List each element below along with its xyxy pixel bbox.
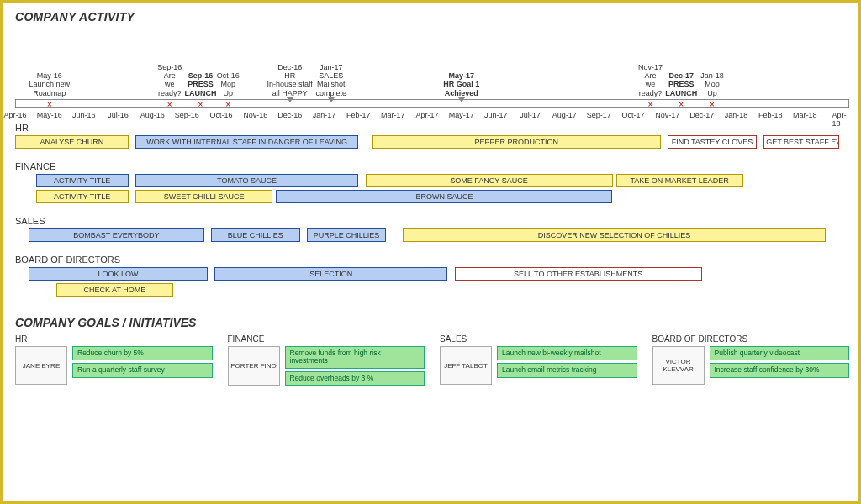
milestone-mark: × [710,100,715,109]
swimlane-title: FINANCE [15,161,849,171]
axis-tick: Jul-16 [108,111,129,119]
activity-bar[interactable]: BROWN SAUCE [276,190,612,203]
axis-tick: Jul-17 [520,111,541,119]
milestone-mark: × [679,100,684,109]
axis-tick: Oct-16 [209,111,232,119]
milestone-arrow [328,97,335,102]
swimlane-row: BOMBAST EVERYBODYBLUE CHILLIESPURPLE CHI… [15,228,849,243]
axis-tick: Feb-18 [758,111,783,119]
swimlane-row: ACTIVITY TITLESWEET CHILLI SAUCEBROWN SA… [15,190,849,204]
timeline-event: Sep-16Are we ready? [157,63,182,97]
initiative-item[interactable]: Launch new bi-weekly mailshot [497,346,637,360]
timeline-axis: ××××××× Apr-16May-16Jun-16Jul-16Aug-16Se… [15,99,849,119]
milestone-mark: × [167,100,172,109]
axis-tick: Nov-17 [655,111,679,119]
axis-tick: Apr-18 [832,111,846,128]
axis-tick: Jan-18 [725,111,748,119]
initiative-item[interactable]: Remove funds from high risk investments [285,346,425,369]
activity-bar[interactable]: CHECK AT HOME [56,283,173,297]
axis-tick: Nov-16 [243,111,267,119]
goal-owner: PORTER FINO [228,346,280,386]
timeline-event: Jan-17SALES Mailshot complete [315,63,346,97]
timeline-events: May-16Launch new RoadmapSep-16Are we rea… [15,29,849,97]
activity-bar[interactable]: BLUE CHILLIES [211,228,300,242]
swimlane-row: LOOK LOWSELECTIONSELL TO OTHER ESTABLISH… [15,267,849,281]
activity-bar[interactable]: SWEET CHILLI SAUCE [135,190,272,203]
milestone-mark: × [225,100,230,109]
goal-column: HRJANE EYREReduce churn by 5%Run a quart… [15,334,213,386]
title-goals: COMPANY GOALS / INITIATIVES [15,316,849,329]
title-activity: COMPANY ACTIVITY [15,10,849,24]
axis-line [15,99,849,108]
timeline-event: May-16Launch new Roadmap [29,71,71,97]
axis-tick: Aug-17 [552,111,577,119]
goal-dept: BOARD OF DIRECTORS [652,334,850,344]
activity-bar[interactable]: LOOK LOW [29,267,207,281]
activity-bar[interactable]: PEPPER PRODUCTION [372,135,661,149]
goal-column: BOARD OF DIRECTORSVICTOR KLEVVARPublish … [652,334,850,386]
milestone-mark: × [47,100,52,109]
milestone-arrow [287,97,293,102]
timeline-event: Nov-17Are we ready? [638,63,663,97]
milestone-mark: × [198,100,203,109]
milestone-arrow [458,97,465,102]
goal-owner: JANE EYRE [15,346,67,385]
swimlane-title: HR [15,123,849,133]
milestone-mark: × [647,100,652,109]
axis-tick: Mar-18 [793,111,817,119]
initiative-item[interactable]: Run a quarterly staff survey [72,363,213,377]
timeline-event: Jan-18Mop Up [700,71,724,97]
activity-bar[interactable]: GET BEST STAFF EVER [763,135,839,149]
axis-tick: Sep-17 [587,111,611,119]
axis-tick: Dec-17 [689,111,714,119]
swimlane-row: ANALYSE CHURNWORK WITH INTERNAL STAFF IN… [15,135,849,150]
activity-bar[interactable]: SELECTION [214,267,448,281]
goal-dept: SALES [440,334,637,344]
axis-tick: Aug-16 [140,111,165,119]
axis-tick: Apr-17 [415,111,438,119]
axis-tick: May-16 [37,111,62,119]
goal-column: SALESJEFF TALBOTLaunch new bi-weekly mai… [440,334,637,386]
axis-tick: Dec-16 [277,111,302,119]
initiative-item[interactable]: Reduce churn by 5% [72,346,213,360]
swimlane-title: BOARD OF DIRECTORS [15,255,849,265]
activity-bar[interactable]: TAKE ON MARKET LEADER [616,174,743,187]
goal-dept: HR [15,334,213,344]
swimlane-row: ACTIVITY TITLETOMATO SAUCESOME FANCY SAU… [15,174,849,188]
timeline-event: May-17HR Goal 1 Achieved [443,71,479,97]
timeline-event: Oct-16Mop Up [217,71,240,97]
goal-dept: FINANCE [228,334,425,344]
axis-tick: Oct-17 [621,111,644,119]
activity-bar[interactable]: FIND TASTEY CLOVES [668,135,757,149]
initiative-item[interactable]: Increase staff confidence by 30% [710,363,850,377]
initiative-item[interactable]: Launch email metrics tracking [497,363,637,377]
initiative-item[interactable]: Reduce overheads by 3 % [285,371,425,386]
axis-tick: Feb-17 [346,111,371,119]
activity-bar[interactable]: SOME FANCY SAUCE [366,174,613,187]
activity-bar[interactable]: ACTIVITY TITLE [36,174,129,187]
axis-tick: Apr-16 [3,111,26,119]
activity-bar[interactable]: ACTIVITY TITLE [36,190,129,203]
goal-owner: JEFF TALBOT [440,346,492,385]
activity-bar[interactable]: ANALYSE CHURN [15,135,129,149]
axis-tick: Jan-17 [313,111,336,119]
initiative-item[interactable]: Publish quarterly videocast [710,346,850,360]
axis-tick: Mar-17 [381,111,405,119]
timeline-event: Sep-16PRESS LAUNCH [185,71,217,97]
activity-bar[interactable]: WORK WITH INTERNAL STAFF IN DANGER OF LE… [135,135,358,149]
swimlane-row: CHECK AT HOME [15,283,849,297]
timeline-event: Dec-16HR In-house staff all HAPPY [267,63,312,97]
axis-tick: Jun-17 [484,111,508,119]
timeline-event: Dec-17PRESS LAUNCH [665,71,697,97]
axis-tick: May-17 [449,111,474,119]
activity-bar[interactable]: DISCOVER NEW SELECTION OF CHILLIES [403,228,825,242]
activity-bar[interactable]: SELL TO OTHER ESTABLISHMENTS [455,267,702,281]
swimlane-title: SALES [15,216,849,226]
activity-bar[interactable]: PURPLE CHILLIES [307,228,386,242]
goal-owner: VICTOR KLEVVAR [652,346,705,385]
goal-column: FINANCEPORTER FINORemove funds from high… [228,334,425,386]
axis-tick: Sep-16 [175,111,199,119]
axis-tick: Jun-16 [72,111,96,119]
activity-bar[interactable]: TOMATO SAUCE [135,174,358,187]
activity-bar[interactable]: BOMBAST EVERYBODY [29,228,203,242]
